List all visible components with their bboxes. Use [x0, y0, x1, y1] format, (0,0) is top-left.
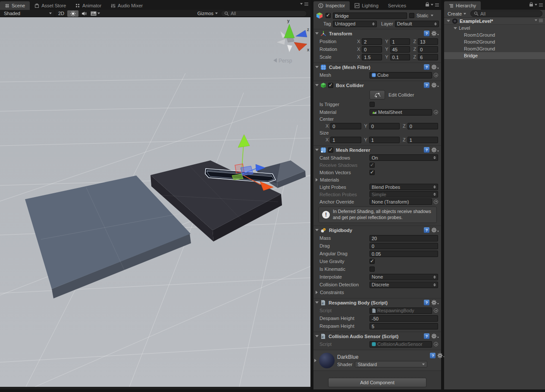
help-icon[interactable]: [424, 300, 429, 305]
hierarchy-panel-menu[interactable]: [529, 3, 543, 6]
foldout-icon[interactable]: [315, 84, 319, 86]
center-z-field[interactable]: 0: [407, 123, 438, 129]
size-y-field[interactable]: 1: [369, 137, 400, 143]
receive-shadows-checkbox[interactable]: ✓: [370, 163, 375, 168]
foldout-icon[interactable]: [316, 291, 318, 294]
respawn-height-field[interactable]: 5: [370, 323, 438, 329]
position-x-field[interactable]: 2: [362, 38, 382, 45]
scene-effects-toggle[interactable]: [90, 10, 101, 17]
foldout-icon[interactable]: [315, 335, 319, 337]
mesh-renderer-enabled-checkbox[interactable]: ✓: [328, 147, 333, 153]
static-dropdown-arrow-icon[interactable]: [431, 15, 433, 16]
hierarchy-item-room3ground[interactable]: Room3Ground: [444, 45, 545, 52]
lock-icon[interactable]: [426, 4, 429, 6]
box-collider-header[interactable]: ✓ Box Collider: [313, 81, 441, 89]
tab-asset-store[interactable]: Asset Store: [30, 1, 71, 10]
size-x-field[interactable]: 1: [330, 137, 361, 143]
mass-field[interactable]: 20: [370, 235, 438, 241]
mesh-renderer-header[interactable]: ✓ Mesh Renderer: [313, 146, 441, 154]
gear-menu[interactable]: [431, 227, 439, 233]
gear-menu[interactable]: [431, 300, 439, 305]
gameobject-name-field[interactable]: Bridge: [333, 13, 407, 19]
toggle-2d-button[interactable]: 2D: [55, 10, 67, 17]
scale-x-field[interactable]: 1.5: [362, 54, 382, 60]
layer-dropdown[interactable]: Default: [395, 21, 439, 27]
object-picker-icon[interactable]: [434, 110, 438, 114]
tab-audio-mixer[interactable]: Audio Mixer: [106, 1, 147, 10]
foldout-icon[interactable]: [454, 27, 457, 29]
scene-audio-toggle[interactable]: [78, 10, 90, 17]
help-icon[interactable]: [424, 64, 429, 70]
interpolate-dropdown[interactable]: None: [370, 274, 438, 280]
is-trigger-checkbox[interactable]: [370, 102, 375, 107]
physic-material-field[interactable]: MetalSheet: [370, 109, 432, 116]
tab-inspector[interactable]: Inspector: [313, 1, 350, 10]
object-picker-icon[interactable]: [434, 73, 438, 77]
rigidbody-header[interactable]: Rigidbody: [313, 226, 441, 234]
script-object-field[interactable]: CollisionAudioSensor: [370, 341, 432, 348]
rotation-x-field[interactable]: 0: [362, 46, 382, 53]
scene-row-menu[interactable]: [535, 19, 543, 21]
hierarchy-item-level[interactable]: Level: [444, 25, 545, 31]
scene-panel-menu[interactable]: [300, 3, 308, 5]
help-icon[interactable]: [424, 227, 429, 233]
gear-menu[interactable]: [431, 64, 439, 70]
foldout-icon[interactable]: [315, 229, 319, 231]
scene-row-examplelevel[interactable]: ExampleLevel*: [444, 18, 545, 25]
material-foldout-icon[interactable]: [314, 359, 316, 362]
foldout-icon[interactable]: [447, 20, 450, 22]
object-picker-icon[interactable]: [434, 200, 438, 204]
light-probes-dropdown[interactable]: Blend Probes: [370, 184, 438, 190]
object-picker-icon[interactable]: [434, 342, 438, 346]
foldout-icon[interactable]: [315, 66, 319, 68]
foldout-icon[interactable]: [315, 301, 319, 304]
size-z-field[interactable]: 1: [407, 137, 438, 143]
gizmo-z-plane-handle[interactable]: [241, 166, 253, 176]
gear-menu[interactable]: [431, 333, 439, 339]
reflection-probes-dropdown[interactable]: Simple: [370, 191, 438, 198]
shading-mode-dropdown[interactable]: Shaded: [1, 10, 55, 17]
gizmos-dropdown[interactable]: Gizmos: [194, 10, 221, 17]
create-dropdown[interactable]: Create: [446, 11, 468, 16]
tag-dropdown[interactable]: Untagged: [333, 21, 377, 27]
add-component-button[interactable]: Add Component: [328, 378, 426, 387]
gear-menu[interactable]: [431, 147, 439, 153]
scale-y-field[interactable]: 0.1: [390, 54, 410, 60]
respawning-body-header[interactable]: # Respawning Body (Script): [313, 298, 441, 307]
gear-menu[interactable]: [431, 31, 439, 36]
constraints-foldout-row[interactable]: Constraints: [313, 289, 441, 296]
hierarchy-item-bridge[interactable]: Bridge: [444, 52, 545, 59]
foldout-icon[interactable]: [316, 178, 318, 182]
scene-lighting-toggle[interactable]: [67, 10, 78, 17]
gear-menu[interactable]: [431, 82, 439, 88]
hierarchy-item-room1ground[interactable]: Room1Ground: [444, 31, 545, 38]
foldout-icon[interactable]: [315, 32, 319, 34]
mesh-object-field[interactable]: Cube: [370, 72, 432, 78]
edit-collider-button[interactable]: [370, 90, 385, 100]
despawn-height-field[interactable]: -50: [370, 315, 438, 322]
object-picker-icon[interactable]: [434, 308, 438, 313]
tab-scene[interactable]: Scene: [0, 1, 30, 10]
tab-hierarchy[interactable]: Hierarchy: [444, 1, 481, 10]
box-collider-enabled-checkbox[interactable]: ✓: [328, 83, 333, 88]
shader-dropdown[interactable]: Standard: [355, 361, 427, 367]
tab-animator[interactable]: Animator: [71, 1, 106, 10]
scale-z-field[interactable]: 6: [418, 54, 438, 60]
inspector-panel-menu[interactable]: [426, 3, 439, 6]
cast-shadows-dropdown[interactable]: On: [370, 154, 438, 161]
center-y-field[interactable]: 0: [369, 123, 400, 129]
foldout-icon[interactable]: [315, 149, 319, 151]
tab-lighting[interactable]: Lighting: [350, 1, 383, 10]
gameobject-active-checkbox[interactable]: ✓: [326, 13, 331, 18]
angular-drag-field[interactable]: 0.05: [370, 251, 438, 257]
scene-search-field[interactable]: All: [221, 10, 307, 17]
scene-viewport[interactable]: y z x Persp: [0, 17, 310, 387]
transform-header[interactable]: Transform: [313, 29, 441, 38]
static-checkbox[interactable]: [409, 13, 414, 18]
tab-services[interactable]: Services: [383, 1, 411, 10]
rotation-y-field[interactable]: 45: [390, 46, 410, 53]
hierarchy-search-field[interactable]: All: [470, 10, 542, 17]
materials-foldout-row[interactable]: Materials: [313, 176, 441, 183]
drag-field[interactable]: 0: [370, 243, 438, 249]
collision-detection-dropdown[interactable]: Discrete: [370, 282, 438, 288]
